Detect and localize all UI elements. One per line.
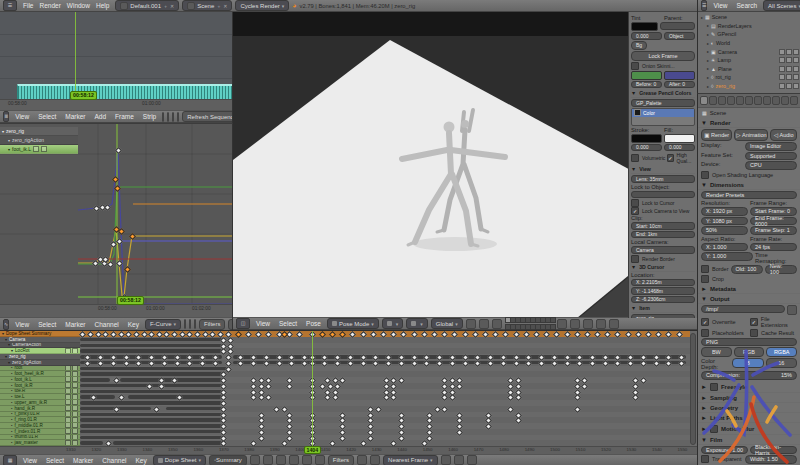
resolution-percentage-slider[interactable]: 50%	[701, 226, 748, 235]
graph-menu-marker[interactable]: Marker	[62, 321, 88, 328]
close-icon[interactable]: ✕	[223, 3, 227, 9]
graph-filter-icon[interactable]	[184, 319, 186, 329]
mute-toggle-icon[interactable]	[65, 406, 71, 411]
lock-toggle-icon[interactable]	[72, 435, 78, 440]
manipulator-icon[interactable]	[479, 319, 489, 329]
expand-icon[interactable]: ▾	[2, 331, 4, 336]
bullet-icon[interactable]: •	[11, 429, 12, 434]
outliner-row-lamp[interactable]: ▸☀Lamp	[698, 56, 800, 65]
cursor-y-field[interactable]: Y: -1.1468m	[631, 287, 695, 295]
editor-type-icon[interactable]: ∿	[3, 319, 9, 330]
lock-toggle-icon[interactable]	[72, 377, 78, 382]
bullet-icon[interactable]: •	[11, 371, 12, 376]
frame-rate-select[interactable]: 24 fps	[750, 243, 797, 252]
file-extensions-toggle[interactable]: ✓File Extensions	[750, 316, 797, 328]
lock-toggle-icon[interactable]	[72, 366, 78, 371]
lock-toggle-icon[interactable]	[72, 389, 78, 394]
dope-menu-channel[interactable]: Channel	[99, 457, 129, 464]
expand-icon[interactable]: ▸	[707, 66, 709, 71]
mute-toggle-icon[interactable]	[33, 146, 39, 152]
dope-menu-select[interactable]: Select	[43, 457, 67, 464]
fcurve-0[interactable]	[78, 150, 233, 304]
geometry-panel-header[interactable]: ►Geometry	[698, 403, 800, 413]
mode-select[interactable]: Pose Mode▾	[327, 318, 379, 329]
mute-toggle-icon[interactable]	[65, 423, 71, 428]
local-camera-field[interactable]: Camera	[631, 246, 695, 254]
manipulator-icon[interactable]	[466, 319, 476, 329]
vse-menu-marker[interactable]: Marker	[62, 113, 88, 120]
cache-result-toggle[interactable]: Cache Result	[750, 329, 797, 337]
info-menu-window[interactable]: Window	[64, 2, 93, 9]
tab-data[interactable]	[763, 96, 771, 105]
osl-toggle[interactable]: Open Shading Language	[701, 171, 797, 179]
depth-16-button[interactable]: 16	[766, 358, 797, 368]
render-toggle-icon[interactable]	[793, 74, 799, 80]
visibility-toggle-icon[interactable]	[779, 49, 785, 55]
fcurve-4[interactable]	[78, 187, 233, 264]
expand-icon[interactable]: ▸	[707, 23, 709, 28]
expand-icon[interactable]: ▸	[707, 32, 709, 37]
graph-menu-key[interactable]: Key	[125, 321, 142, 328]
lock-toggle-icon[interactable]	[72, 394, 78, 399]
lock-toggle-icon[interactable]	[72, 383, 78, 388]
expand-icon[interactable]: ▸	[707, 49, 709, 54]
checkbox-icon[interactable]	[710, 383, 718, 391]
dope-filter-icon[interactable]	[289, 455, 299, 465]
keyframe-range-bar[interactable]	[80, 395, 116, 398]
grease-pencil-colors-panel-header[interactable]: ▼Grease Pencil Colors	[631, 89, 695, 98]
tab-texture[interactable]	[781, 96, 789, 105]
keyframe-range-bar[interactable]	[80, 413, 223, 416]
graph-filter-icon[interactable]	[194, 319, 196, 329]
clip-start-field[interactable]: Start: 10cm	[631, 222, 695, 230]
close-icon[interactable]: ✕	[170, 3, 174, 9]
expand-icon[interactable]: ▾	[2, 129, 4, 134]
graph-filter-icon[interactable]	[189, 319, 191, 329]
mute-toggle-icon[interactable]	[65, 440, 71, 445]
bullet-icon[interactable]: •	[11, 440, 12, 445]
graph-channel-foot_ik.L[interactable]: ▾foot_ik.L	[0, 145, 78, 154]
lock-frame-button[interactable]: Lock Frame	[631, 51, 695, 61]
active-object-field[interactable]: zero_rig	[631, 314, 695, 318]
visibility-toggle-icon[interactable]	[779, 74, 785, 80]
selectability-toggle-icon[interactable]	[786, 66, 792, 72]
view-panel-header[interactable]: ▼View	[631, 165, 695, 174]
mute-toggle-icon[interactable]	[65, 429, 71, 434]
visibility-toggle-icon[interactable]	[779, 83, 785, 89]
overwrite-toggle[interactable]: ✓Overwrite	[701, 316, 748, 328]
keyframe-range-bar[interactable]	[80, 436, 223, 439]
mute-toggle-icon[interactable]	[65, 383, 71, 388]
viewport-shading-select[interactable]: ▾	[382, 318, 404, 329]
outliner-row-zero_rig[interactable]: ▸◊zero_rig	[698, 82, 800, 91]
volumetric-toggle[interactable]: Volumetric	[631, 152, 665, 164]
transparent-toggle[interactable]: Transparent	[701, 455, 743, 464]
copy-paste-icon[interactable]	[370, 455, 380, 465]
filter-width-field[interactable]: Width: 1.50	[745, 455, 797, 464]
compression-slider[interactable]: Compression:15%	[701, 371, 797, 380]
before-frames-field[interactable]: Before: 0	[631, 81, 662, 89]
lock-camera-to-view-toggle[interactable]: ✓Lock Camera to View	[631, 207, 695, 215]
dope-edit-icon[interactable]	[302, 455, 312, 465]
keyframe-range-bar[interactable]	[80, 349, 223, 352]
dope-menu-marker[interactable]: Marker	[70, 457, 96, 464]
outliner-row-gpencil[interactable]: ▸✎GPencil	[698, 30, 800, 39]
selectability-toggle-icon[interactable]	[786, 83, 792, 89]
lens-field[interactable]: Lens: 35mm	[631, 175, 695, 183]
lock-toggle-icon[interactable]	[72, 400, 78, 405]
before-color-swatch[interactable]	[631, 71, 662, 80]
color-mode-rgb[interactable]: RGB	[734, 347, 765, 357]
cursor-x-field[interactable]: X: 2.2105m	[631, 279, 695, 287]
graph-menu-channel[interactable]: Channel	[92, 321, 122, 328]
fcurve-2[interactable]	[78, 229, 233, 304]
expand-icon[interactable]: ▾	[8, 147, 10, 152]
mute-toggle-icon[interactable]	[65, 366, 71, 371]
vse-toggle-icon[interactable]	[167, 112, 169, 122]
outliner-scope-select[interactable]: All Scenes▾	[763, 0, 800, 11]
aspect-x-field[interactable]: X: 1.000	[701, 243, 748, 252]
info-menu-render[interactable]: Render	[36, 2, 63, 9]
dope-snap-icon[interactable]	[441, 455, 451, 465]
file-format-select[interactable]: PNG	[701, 338, 797, 347]
clip-end-field[interactable]: End: 1km	[631, 231, 695, 239]
render-icon[interactable]	[609, 319, 619, 329]
keyframe-range-bar[interactable]	[80, 367, 228, 370]
filters-button[interactable]: Filters	[199, 319, 225, 330]
